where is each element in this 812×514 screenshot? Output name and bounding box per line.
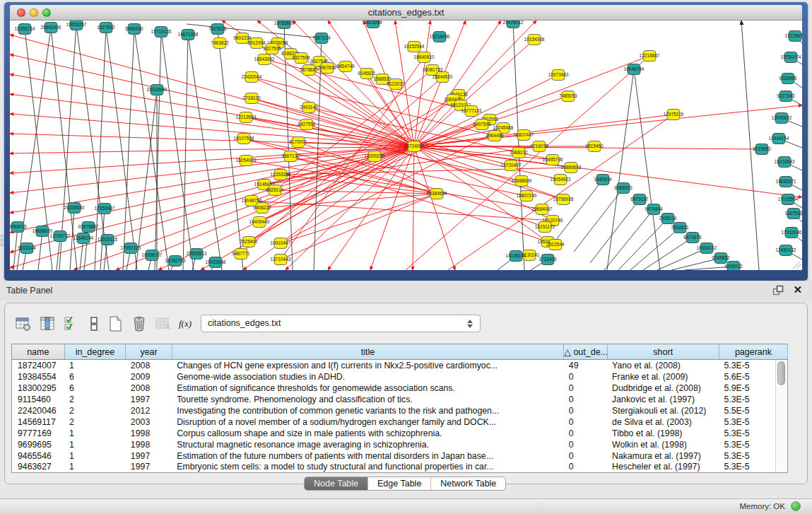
cell-in_degree[interactable]: 1: [64, 360, 126, 371]
cell-title[interactable]: Structural magnetic resonance image aver…: [172, 439, 564, 450]
column-header-short[interactable]: short: [607, 344, 719, 360]
cell-year[interactable]: 1997: [126, 394, 172, 405]
cell-title[interactable]: Tourette syndrome. Phenomenology and cla…: [172, 394, 564, 405]
cell-short[interactable]: Hescheler et al. (1997): [607, 462, 719, 473]
graph-edge[interactable]: [38, 231, 42, 270]
cell-name[interactable]: 9463627: [12, 462, 65, 473]
column-header-out_degree[interactable]: △ out_de...: [564, 344, 607, 360]
cell-year[interactable]: 2009: [126, 371, 172, 382]
cell-name[interactable]: 9115460: [12, 394, 65, 405]
cell-name[interactable]: 22420046: [12, 405, 65, 416]
cell-title[interactable]: Embryonic stem cells: a model to study s…: [172, 462, 564, 473]
cell-title[interactable]: Estimation of the future numbers of pati…: [172, 450, 564, 462]
cell-name[interactable]: 19384554: [12, 371, 65, 382]
column-header-pagerank[interactable]: pagerank: [719, 344, 787, 360]
graph-edge[interactable]: [414, 21, 430, 146]
cell-name[interactable]: 14569117: [12, 416, 65, 428]
network-table-selector[interactable]: citations_edges.txt: [201, 315, 481, 332]
graph-edge[interactable]: [604, 209, 654, 270]
memory-status-indicator-icon[interactable]: [791, 501, 801, 511]
table-row[interactable]: 911546021997Tourette syndrome. Phenomeno…: [12, 394, 788, 405]
cell-year[interactable]: 1998: [126, 428, 172, 439]
graph-edge[interactable]: [136, 90, 157, 270]
graph-edge[interactable]: [188, 35, 222, 270]
graph-edge[interactable]: [13, 227, 18, 270]
function-builder-icon[interactable]: f(x): [179, 315, 200, 332]
tab-network-table[interactable]: Network Table: [431, 477, 505, 490]
clear-selection-icon[interactable]: [86, 315, 102, 332]
table-vertical-scrollbar[interactable]: [775, 360, 787, 472]
cell-name[interactable]: 18300295: [12, 382, 65, 394]
cell-year[interactable]: 1998: [126, 439, 172, 450]
table-row[interactable]: 1872400712008Changes of HCN gene express…: [12, 360, 788, 371]
cell-title[interactable]: Estimation of significance thresholds fo…: [172, 382, 564, 394]
new-table-document-icon[interactable]: [107, 315, 124, 332]
graph-edge[interactable]: [262, 194, 437, 208]
cell-out_degree[interactable]: 0: [564, 439, 607, 450]
graph-edge[interactable]: [574, 188, 623, 252]
close-panel-icon[interactable]: ✕: [793, 284, 802, 296]
table-row[interactable]: 946362711997Embryonic stem cells: a mode…: [12, 462, 788, 473]
cell-short[interactable]: Tibbo et al. (1998): [607, 428, 719, 439]
cell-in_degree[interactable]: 6: [64, 382, 126, 394]
cell-short[interactable]: de Silva et al. (2003): [607, 416, 719, 428]
cell-name[interactable]: 9699695: [12, 439, 65, 450]
cell-in_degree[interactable]: 2: [64, 394, 126, 405]
delete-table-icon[interactable]: [155, 315, 172, 332]
citation-network-graph[interactable]: 1872400774638229601234891295418226058932…: [10, 21, 802, 270]
cell-title[interactable]: Changes of HCN gene expression and I(f) …: [172, 360, 564, 371]
cell-short[interactable]: Franke et al. (2009): [607, 371, 719, 382]
cell-out_degree[interactable]: 0: [564, 394, 607, 405]
cell-out_degree[interactable]: 0: [564, 450, 607, 462]
cell-short[interactable]: Wolkin et al. (1998): [607, 439, 719, 450]
graph-edge[interactable]: [607, 69, 634, 270]
tab-edge-table[interactable]: Edge Table: [368, 477, 431, 490]
cell-in_degree[interactable]: 1: [64, 450, 126, 462]
cell-out_degree[interactable]: 0: [564, 428, 607, 439]
cell-out_degree[interactable]: 0: [564, 462, 607, 473]
column-header-year[interactable]: year: [126, 344, 172, 360]
cell-year[interactable]: 2008: [126, 360, 172, 371]
graph-edge[interactable]: [10, 35, 414, 146]
table-row[interactable]: 977716911998Corpus callosum shape and si…: [12, 428, 788, 439]
table-settings-icon[interactable]: [15, 315, 32, 332]
float-panel-icon[interactable]: [772, 285, 784, 296]
cell-in_degree[interactable]: 2: [64, 405, 126, 416]
graph-edge[interactable]: [183, 35, 188, 270]
cell-out_degree[interactable]: 0: [564, 405, 607, 416]
graph-edge[interactable]: [413, 146, 414, 270]
select-all-checks-icon[interactable]: [63, 315, 80, 332]
graph-edge[interactable]: [657, 248, 707, 270]
table-column-icon[interactable]: [39, 315, 56, 332]
table-row[interactable]: 946554611997Estimation of the future num…: [12, 450, 788, 462]
cell-year[interactable]: 2008: [126, 382, 172, 394]
cell-short[interactable]: Nakamura et al. (1997): [607, 450, 719, 462]
cell-title[interactable]: Investigating the contribution of common…: [172, 405, 564, 416]
column-header-name[interactable]: name: [12, 344, 65, 360]
cell-name[interactable]: 18724007: [12, 360, 65, 371]
cell-title[interactable]: Disruption of a novel member of a sodium…: [172, 416, 564, 428]
cell-out_degree[interactable]: 49: [564, 360, 607, 371]
cell-in_degree[interactable]: 1: [64, 439, 126, 450]
delete-trash-icon[interactable]: [131, 315, 148, 332]
scrollbar-thumb[interactable]: [777, 361, 785, 385]
graph-edge[interactable]: [134, 29, 169, 270]
cell-short[interactable]: Dudbridge et al. (2008): [607, 382, 719, 394]
column-header-title[interactable]: title: [172, 344, 564, 360]
collapse-panel-handle[interactable]: ‹: [0, 235, 4, 246]
cell-title[interactable]: Genome-wide association studies in ADHD.: [172, 371, 564, 382]
table-row[interactable]: 1456911722003Disruption of a novel membe…: [12, 416, 788, 428]
cell-year[interactable]: 1997: [126, 462, 172, 473]
graph-edge[interactable]: [10, 146, 414, 153]
network-window-titlebar[interactable]: citations_edges.txt: [10, 5, 802, 21]
table-row[interactable]: 2242004622012Investigating the contribut…: [12, 405, 788, 416]
cell-year[interactable]: 1997: [126, 450, 172, 462]
cell-in_degree[interactable]: 1: [64, 462, 126, 473]
cell-title[interactable]: Corpus callosum shape and size in male p…: [172, 428, 564, 439]
table-row[interactable]: 1938455462009Genome-wide association stu…: [12, 371, 788, 382]
table-row[interactable]: 1830029562008Estimation of significance …: [12, 382, 788, 394]
cell-out_degree[interactable]: 0: [564, 382, 607, 394]
cell-short[interactable]: Stergiakouli et al. (2012): [607, 405, 719, 416]
column-header-in_degree[interactable]: in_degree: [64, 344, 126, 360]
cell-year[interactable]: 2012: [126, 405, 172, 416]
